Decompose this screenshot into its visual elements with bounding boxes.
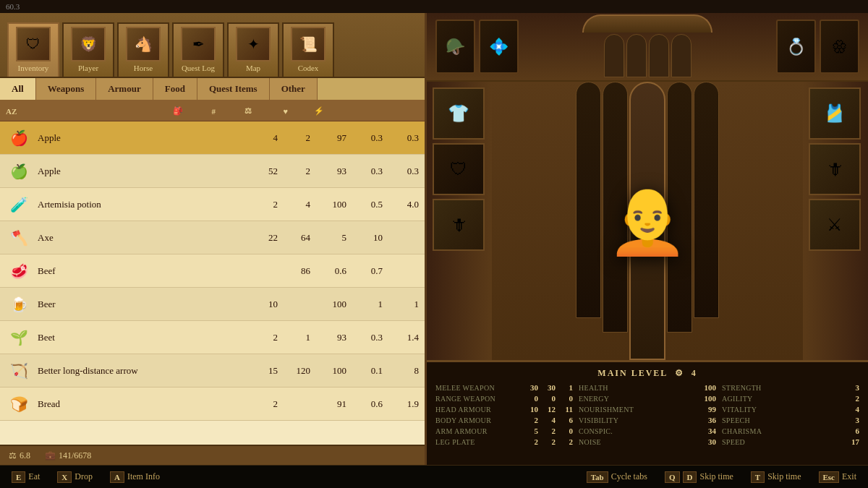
left-equip-slots: 👕 🛡 🗡: [427, 82, 492, 360]
leg-v1: 2: [524, 437, 538, 446]
item-val1: 4: [245, 132, 278, 144]
character-display: 🧑‍🦲: [492, 82, 803, 360]
item-val1: 15: [245, 365, 278, 377]
health-label: HEALTH: [579, 384, 699, 392]
head-label: HEAD ARMOUR: [435, 406, 521, 414]
equip-slot-head[interactable]: 🪖: [435, 20, 475, 74]
filter-armour[interactable]: Armour: [96, 78, 153, 100]
weight-icon: ⚖: [9, 450, 17, 461]
tab-inventory-label: Inventory: [18, 64, 49, 72]
item-val5: 1.9: [383, 398, 419, 410]
item-val4: 0.3: [346, 332, 383, 343]
filter-food[interactable]: Food: [153, 78, 197, 100]
item-val2: 86: [278, 265, 310, 277]
speed-value: 17: [845, 437, 859, 446]
subtabs-d-key: D: [683, 471, 697, 483]
item-row[interactable]: 🪓 Axe 22 64 5 10: [0, 221, 425, 254]
tab-horse-label: Horse: [134, 64, 153, 72]
melee-v2: 30: [541, 383, 556, 392]
equip-slot-chest[interactable]: 🛡: [433, 143, 485, 195]
item-row[interactable]: 🏹 Better long-distance arrow 15 120 100 …: [0, 354, 425, 388]
hotkey-cycletabs: Tab Cycle tabs: [587, 471, 647, 483]
item-name: Apple: [38, 166, 245, 177]
item-val4: 1: [346, 299, 383, 310]
tab-player[interactable]: 🦁 Player: [62, 22, 114, 77]
item-val2: 4: [278, 199, 310, 210]
tab-horse[interactable]: 🐴 Horse: [117, 22, 169, 77]
column-headers: AZ 🎒 # ⚖ ♥ ⚡: [0, 101, 425, 121]
item-row[interactable]: 🍎 Apple 4 2 97 0.3 0.3: [0, 121, 425, 155]
hotkey-eat: E Eat: [12, 471, 40, 483]
filter-weapons[interactable]: Weapons: [36, 78, 97, 100]
item-name: Axe: [38, 232, 245, 244]
body-v3: 6: [558, 416, 573, 424]
item-icon: 🪓: [6, 225, 32, 251]
equip-slot-weapon-r[interactable]: ⚔: [809, 199, 861, 251]
item-val1: 22: [245, 232, 278, 244]
stat-energy: ENERGY 100: [579, 394, 716, 403]
equip-slot-shoulder-l[interactable]: 👕: [433, 87, 485, 140]
item-row[interactable]: 🌱 Beet 2 1 93 0.3 1.4: [0, 321, 425, 354]
item-val4: 0.3: [346, 166, 383, 177]
tab-map-label: Map: [246, 64, 260, 72]
player-icon: 🦁: [71, 27, 106, 61]
top-left-slots: 🪖 💠: [435, 20, 519, 74]
range-v2: 0: [541, 394, 556, 403]
stat-leg: LEG PLATE 2 2 2: [435, 437, 573, 446]
tab-questlog[interactable]: ✒ Quest Log: [172, 22, 224, 77]
stat-visibility: VISIBILITY 36: [579, 416, 716, 424]
speech-value: 3: [845, 416, 859, 424]
tab-map[interactable]: ✦ Map: [227, 22, 279, 77]
filter-questitems[interactable]: Quest Items: [197, 78, 270, 100]
item-icon: 🍞: [6, 391, 32, 417]
capacity-status: 💼 141/6678: [45, 450, 91, 461]
top-bar: 60.3: [0, 0, 868, 13]
body-v2: 4: [541, 416, 556, 424]
item-val1: 2: [245, 398, 278, 410]
tab-inventory[interactable]: 🛡 Inventory: [7, 22, 59, 77]
item-row[interactable]: 🥩 Beef 86 0.6 0.7: [0, 254, 425, 288]
horse-icon: 🐴: [126, 27, 161, 61]
conspic-value: 34: [702, 427, 716, 435]
item-val1: 10: [245, 299, 278, 310]
head-v2: 12: [541, 405, 556, 414]
filter-other[interactable]: Other: [270, 78, 318, 100]
item-icon: 🍏: [6, 158, 32, 184]
item-row[interactable]: 🧪 Artemisia potion 2 4 100 0.5 4.0: [0, 188, 425, 221]
left-status-bar: ⚖ 6.8 💼 141/6678: [0, 445, 425, 465]
equip-slot-ring[interactable]: 💍: [776, 20, 816, 74]
melee-v3: 1: [558, 383, 573, 392]
item-icon: 🍎: [6, 125, 32, 151]
stat-speed: SPEED 17: [722, 437, 859, 446]
codex-icon: 📜: [291, 27, 326, 61]
hotkey-subtabs: Q D Skip time: [665, 471, 733, 483]
main-content: 🛡 Inventory 🦁 Player 🐴 Horse ✒ Quest Log…: [0, 13, 868, 465]
equip-slot-offhand[interactable]: 🗡: [809, 143, 861, 195]
item-row[interactable]: 🍏 Apple 52 2 93 0.3 0.3: [0, 155, 425, 188]
arm-label: ARM ARMOUR: [435, 427, 521, 435]
item-val3: 91: [310, 398, 346, 410]
item-val1: 2: [245, 199, 278, 210]
stat-vitality: VITALITY 4: [722, 405, 859, 414]
range-label: RANGE WEAPON: [435, 395, 521, 403]
item-row[interactable]: 🍺 Beer 10 100 1 1: [0, 288, 425, 321]
equip-slot-neck[interactable]: 💠: [479, 20, 519, 74]
head-v1: 10: [524, 405, 538, 414]
tab-codex[interactable]: 📜 Codex: [282, 22, 334, 77]
strength-label: STRENGTH: [722, 384, 842, 392]
melee-v1: 30: [524, 383, 538, 392]
equip-slot-weapon-l[interactable]: 🗡: [433, 199, 485, 251]
right-panel: 🪖 💠 💍 🏵: [427, 13, 868, 465]
charisma-value: 6: [845, 427, 859, 435]
filter-all[interactable]: All: [0, 78, 36, 100]
equip-slot-shoulder-r[interactable]: 🎽: [809, 87, 861, 140]
stats-col-attributes: STRENGTH 3 AGILITY 2 VITALITY 4 SPEECH 3: [722, 383, 859, 448]
arm-v1: 5: [524, 427, 538, 435]
drop-key: X: [57, 471, 72, 483]
equip-slot-badge[interactable]: 🏵: [820, 20, 859, 74]
item-row[interactable]: 🍞 Bread 2 91 0.6 1.9: [0, 388, 425, 421]
questlog-icon: ✒: [181, 27, 216, 61]
item-val3: 5: [310, 232, 346, 244]
stat-noise: NOISE 30: [579, 437, 716, 446]
tab-codex-label: Codex: [298, 64, 319, 72]
